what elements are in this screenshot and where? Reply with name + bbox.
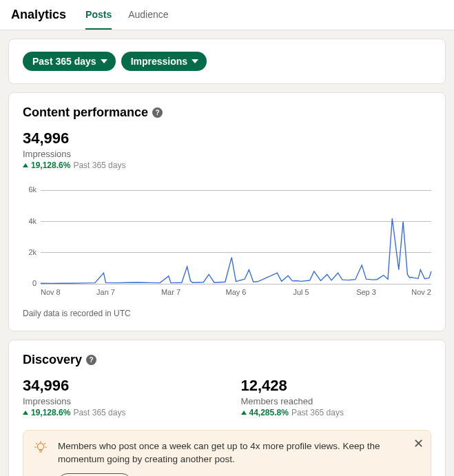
filter-row: Past 365 days Impressions bbox=[23, 52, 431, 71]
svg-text:Jan 7: Jan 7 bbox=[96, 288, 115, 296]
impressions-label: Impressions bbox=[23, 149, 431, 159]
members-reached-delta: 44,285.8% Past 365 days bbox=[241, 408, 432, 417]
impressions-delta: 19,128.6% Past 365 days bbox=[23, 161, 431, 170]
delta-period: Past 365 days bbox=[73, 408, 125, 417]
svg-text:Mar 7: Mar 7 bbox=[161, 288, 180, 296]
arrow-up-icon bbox=[23, 411, 28, 415]
content-performance-card: Content performance ? 34,996 Impressions… bbox=[8, 92, 446, 331]
filter-metric[interactable]: Impressions bbox=[121, 52, 207, 71]
chart-container: 02k4k6kNov 8Jan 7Mar 7May 6Jul 5Sep 3Nov… bbox=[23, 178, 431, 299]
discovery-card: Discovery ? 34,996 Impressions 19,128.6%… bbox=[8, 340, 446, 476]
tabs: Posts Audience bbox=[85, 0, 169, 30]
svg-text:0: 0 bbox=[32, 279, 37, 287]
impressions-label: Impressions bbox=[23, 396, 214, 406]
svg-text:6k: 6k bbox=[28, 185, 37, 194]
start-a-post-button[interactable]: Start a post bbox=[58, 473, 132, 476]
chevron-down-icon bbox=[101, 59, 107, 63]
svg-text:4k: 4k bbox=[28, 217, 37, 225]
chevron-down-icon bbox=[192, 59, 198, 63]
svg-text:2k: 2k bbox=[28, 248, 37, 256]
lightbulb-icon bbox=[33, 440, 48, 457]
svg-text:Nov 2: Nov 2 bbox=[411, 288, 431, 296]
section-heading-discovery: Discovery ? bbox=[23, 353, 431, 367]
chart-note: Daily data is recorded in UTC bbox=[23, 309, 431, 318]
impressions-chart: 02k4k6kNov 8Jan 7Mar 7May 6Jul 5Sep 3Nov… bbox=[23, 178, 434, 299]
tab-audience[interactable]: Audience bbox=[128, 0, 168, 30]
members-reached-label: Members reached bbox=[241, 396, 432, 406]
help-icon[interactable]: ? bbox=[152, 107, 163, 118]
impressions-value: 34,996 bbox=[23, 130, 431, 147]
content-area: Past 365 days Impressions Content perfor… bbox=[0, 30, 454, 476]
svg-text:Sep 3: Sep 3 bbox=[356, 288, 376, 296]
page-title: Analytics bbox=[11, 8, 66, 22]
delta-period: Past 365 days bbox=[73, 161, 125, 170]
delta-period: Past 365 days bbox=[291, 408, 344, 417]
heading-text: Content performance bbox=[23, 105, 148, 120]
discovery-metrics-row: 34,996 Impressions 19,128.6% Past 365 da… bbox=[23, 377, 431, 417]
filter-date-range[interactable]: Past 365 days bbox=[23, 52, 116, 71]
impressions-value: 34,996 bbox=[23, 377, 214, 395]
filter-date-range-label: Past 365 days bbox=[32, 56, 96, 67]
svg-text:Nov 8: Nov 8 bbox=[41, 288, 61, 296]
analytics-header: Analytics Posts Audience bbox=[0, 0, 454, 30]
section-heading-content-performance: Content performance ? bbox=[23, 105, 431, 120]
discovery-impressions: 34,996 Impressions 19,128.6% Past 365 da… bbox=[23, 377, 214, 417]
heading-text: Discovery bbox=[23, 353, 82, 367]
svg-text:Jul 5: Jul 5 bbox=[293, 288, 309, 296]
tip-text: Members who post once a week can get up … bbox=[58, 440, 403, 466]
arrow-up-icon bbox=[241, 411, 247, 415]
members-reached-value: 12,428 bbox=[241, 377, 432, 395]
discovery-members-reached: 12,428 Members reached 44,285.8% Past 36… bbox=[241, 377, 432, 417]
svg-text:May 6: May 6 bbox=[226, 288, 247, 296]
help-icon[interactable]: ? bbox=[86, 355, 96, 365]
delta-value: 19,128.6% bbox=[31, 408, 70, 417]
arrow-up-icon bbox=[23, 163, 28, 167]
delta-value: 19,128.6% bbox=[31, 161, 70, 170]
impressions-delta: 19,128.6% Past 365 days bbox=[23, 408, 214, 417]
svg-point-15 bbox=[37, 444, 43, 450]
filter-metric-label: Impressions bbox=[131, 56, 187, 67]
delta-value: 44,285.8% bbox=[249, 408, 289, 417]
tip-body: Members who post once a week can get up … bbox=[58, 440, 403, 476]
tab-posts[interactable]: Posts bbox=[85, 0, 112, 30]
filters-card: Past 365 days Impressions bbox=[8, 39, 446, 84]
close-icon[interactable]: ✕ bbox=[413, 437, 424, 450]
post-tip-banner: Members who post once a week can get up … bbox=[23, 430, 431, 476]
